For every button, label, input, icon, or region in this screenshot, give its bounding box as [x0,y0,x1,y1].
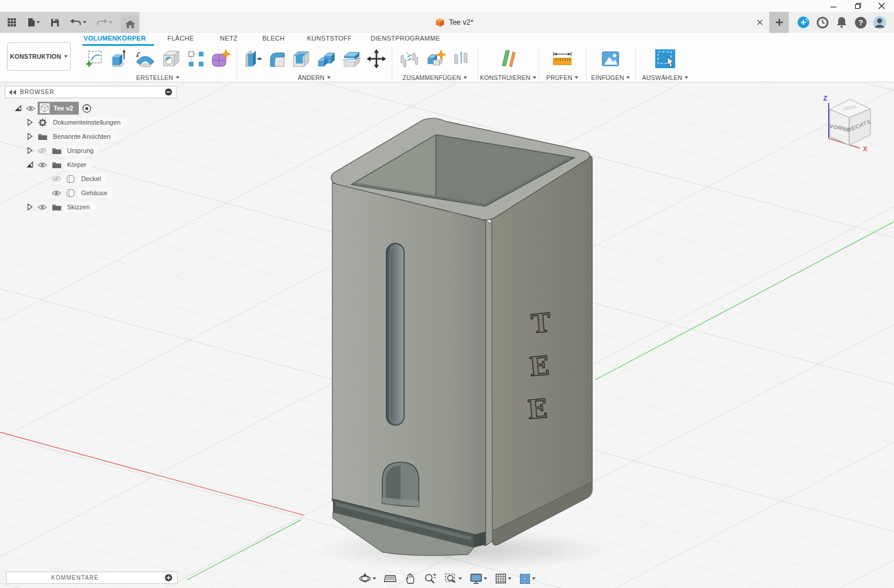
visibility-eye-off-icon[interactable] [49,175,64,182]
job-status-button[interactable] [815,15,829,29]
revolve-button[interactable] [134,49,156,69]
comments-bar[interactable]: KOMMENTARE [6,572,178,584]
move-icon [366,49,386,69]
group-label-konstruieren[interactable]: KONSTRUIEREN [478,74,538,81]
browser-item-deckel[interactable]: Deckel [5,172,181,186]
close-button[interactable] [873,1,890,11]
pan-button[interactable] [403,572,418,586]
browser-item-tee-v2[interactable]: Tee v2 [5,101,181,115]
shell-button[interactable] [291,49,312,69]
tab-blech[interactable]: BLECH [262,35,285,42]
help-button[interactable]: ? [853,15,868,29]
joint-icon [425,49,447,69]
browser-item-dokumenteinstellungen[interactable]: Dokumenteinstellungen [5,115,181,129]
rectangular-pattern-button[interactable] [186,49,206,69]
insert-component-button[interactable] [398,49,421,69]
tab-kunststoff[interactable]: KUNSTSTOFF [307,35,352,42]
browser-item-koerper[interactable]: Körper [5,158,181,172]
insert-button[interactable] [601,50,621,68]
grid-snaps-caret [508,577,512,580]
look-at-button[interactable] [383,572,398,586]
group-label-auswaehlen[interactable]: AUSWÄHLEN [636,74,695,81]
hole-button[interactable] [161,49,182,69]
model-slot-window [386,243,404,425]
document-close-button[interactable] [755,18,765,27]
create-form-button[interactable] [210,49,231,69]
group-konstruieren: KONSTRUIEREN [478,47,538,80]
browser-item-gehaeuse[interactable]: Gehäuse [5,186,181,200]
visibility-eye-icon[interactable] [49,190,64,196]
zoom-button[interactable] [423,572,438,586]
visibility-eye-off-icon[interactable] [35,147,49,154]
active-tab-underline [82,44,154,46]
visibility-eye-icon[interactable] [24,105,38,112]
document-tab[interactable]: Tee v2* [139,12,769,33]
expand-arrow-expanded[interactable] [13,105,24,112]
group-zusammenfuegen: ZUSAMMENFÜGEN [392,47,477,80]
tab-dienstprogramme[interactable]: DIENSTPROGRAMME [371,35,440,42]
workspace-selector[interactable]: KONSTRUKTION [7,42,71,71]
viewports-button[interactable] [518,572,537,586]
move-button[interactable] [366,49,386,69]
as-built-joint-button[interactable] [451,49,471,69]
restore-button[interactable] [849,1,867,11]
einfuegen-label-text: EINFÜGEN [591,74,624,81]
expand-arrow-collapsed[interactable] [25,147,35,154]
user-avatar[interactable] [873,15,887,29]
fillet-button[interactable] [266,49,286,69]
expand-arrow-collapsed[interactable] [25,203,35,211]
select-button[interactable] [654,48,676,69]
create-sketch-button[interactable] [85,49,105,69]
combine-button[interactable] [316,49,337,69]
undo-button[interactable] [68,14,89,31]
clock-icon [816,16,829,29]
press-pull-button[interactable] [242,49,262,69]
pan-hand-icon [405,573,416,584]
orbit-caret [373,577,376,580]
split-body-button[interactable] [341,49,362,69]
tab-netz[interactable]: NETZ [220,35,238,42]
fit-button[interactable] [443,572,463,586]
extensions-icon [797,16,810,29]
tab-volumenkoerper[interactable]: VOLUMENKÖRPER [84,35,146,42]
group-label-aendern[interactable]: ÄNDERN [237,74,391,81]
grid-snaps-button[interactable] [494,572,513,586]
extrude-button[interactable] [109,49,130,69]
new-document-button[interactable] [769,12,789,33]
visibility-eye-icon[interactable] [35,204,49,211]
display-settings-button[interactable] [469,572,489,586]
browser-collapse-all-icon[interactable] [165,88,172,96]
view-cube[interactable]: OBEN VORNE RECHTS Z X [819,91,883,161]
extensions-button[interactable] [796,15,810,29]
notifications-button[interactable] [835,15,849,29]
browser-header[interactable]: BROWSER [5,86,176,98]
home-tab-button[interactable] [121,15,139,33]
visibility-eye-icon[interactable] [35,162,49,168]
expand-arrow-collapsed[interactable] [25,133,35,140]
file-menu-button[interactable] [25,14,42,31]
save-button[interactable] [48,14,62,31]
orbit-button[interactable] [358,572,378,586]
group-label-einfuegen[interactable]: EINFÜGEN [586,74,635,81]
group-label-pruefen[interactable]: PRÜFEN [539,74,585,81]
grid-snaps-icon [495,573,507,584]
group-label-erstellen[interactable]: ERSTELLEN [79,74,236,81]
joint-button[interactable] [425,49,447,69]
browser-item-ursprung[interactable]: Ursprung [5,143,181,158]
app-launcher-button[interactable] [5,14,19,31]
viewport-3d[interactable]: T E E BROWSER [0,82,894,588]
extrude-icon [109,49,130,69]
construction-plane-button[interactable] [498,48,519,69]
redo-button[interactable] [94,14,115,31]
minimize-button[interactable] [825,1,842,11]
expand-arrow-expanded[interactable] [25,161,35,168]
expand-arrow-collapsed[interactable] [25,119,35,126]
browser-item-skizzen[interactable]: Skizzen [5,200,181,214]
group-label-zusammenfuegen[interactable]: ZUSAMMENFÜGEN [392,74,477,81]
tab-flaeche[interactable]: FLÄCHE [167,35,194,42]
browser-item-benannte-ansichten[interactable]: Benannte Ansichten [5,129,181,143]
add-comment-icon[interactable] [165,574,172,582]
selected-item-pill[interactable]: Tee v2 [38,102,79,115]
activate-component-radio[interactable] [79,104,94,113]
measure-button[interactable] [552,49,573,68]
